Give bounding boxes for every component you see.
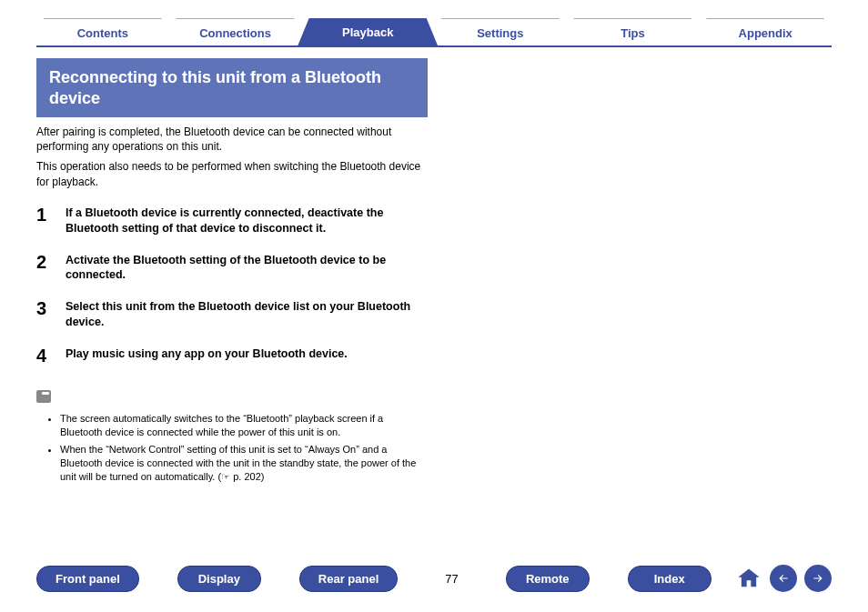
steps-list: 1 If a Bluetooth device is currently con… <box>36 206 428 365</box>
prev-page-icon[interactable] <box>770 565 797 592</box>
footer-remote-button[interactable]: Remote <box>506 566 590 592</box>
step-item: 2 Activate the Bluetooth setting of the … <box>36 253 428 284</box>
pencil-note-icon <box>36 390 51 403</box>
notes-block: The screen automatically switches to the… <box>36 381 428 483</box>
footer-index-button[interactable]: Index <box>628 566 712 592</box>
step-text: If a Bluetooth device is currently conne… <box>66 206 428 236</box>
next-page-icon[interactable] <box>804 565 832 592</box>
tab-tips[interactable]: Tips <box>563 18 703 45</box>
step-text: Play music using any app on your Bluetoo… <box>66 346 348 362</box>
step-text: Activate the Bluetooth setting of the Bl… <box>66 253 428 284</box>
page-number: 77 <box>436 572 467 586</box>
top-tab-bar: Contents Connections Playback Settings T… <box>36 18 832 47</box>
footer-display-button[interactable]: Display <box>177 566 261 592</box>
step-item: 1 If a Bluetooth device is currently con… <box>36 206 428 236</box>
tab-playback[interactable]: Playback <box>298 18 438 45</box>
step-text: Select this unit from the Bluetooth devi… <box>66 299 428 330</box>
footer-front-panel-button[interactable]: Front panel <box>36 566 139 592</box>
content-column: After pairing is completed, the Bluetoot… <box>36 125 428 483</box>
step-number: 4 <box>36 346 53 365</box>
tab-appendix[interactable]: Appendix <box>695 18 835 45</box>
section-heading: Reconnecting to this unit from a Bluetoo… <box>36 58 428 117</box>
note-item: The screen automatically switches to the… <box>60 412 428 439</box>
intro-paragraph-2: This operation also needs to be performe… <box>36 159 428 188</box>
tab-connections[interactable]: Connections <box>166 18 306 45</box>
step-item: 4 Play music using any app on your Bluet… <box>36 346 428 365</box>
step-number: 1 <box>36 206 53 224</box>
footer-rear-panel-button[interactable]: Rear panel <box>299 566 398 592</box>
note-item: When the “Network Control” setting of th… <box>60 443 428 484</box>
footer-bar: Front panel Display Rear panel 77 Remote… <box>36 565 832 592</box>
home-icon[interactable] <box>735 565 762 592</box>
intro-paragraph-1: After pairing is completed, the Bluetoot… <box>36 125 428 154</box>
tab-contents[interactable]: Contents <box>33 18 173 45</box>
tab-settings[interactable]: Settings <box>430 18 570 45</box>
step-number: 3 <box>36 299 53 317</box>
step-number: 2 <box>36 253 53 271</box>
step-item: 3 Select this unit from the Bluetooth de… <box>36 299 428 330</box>
